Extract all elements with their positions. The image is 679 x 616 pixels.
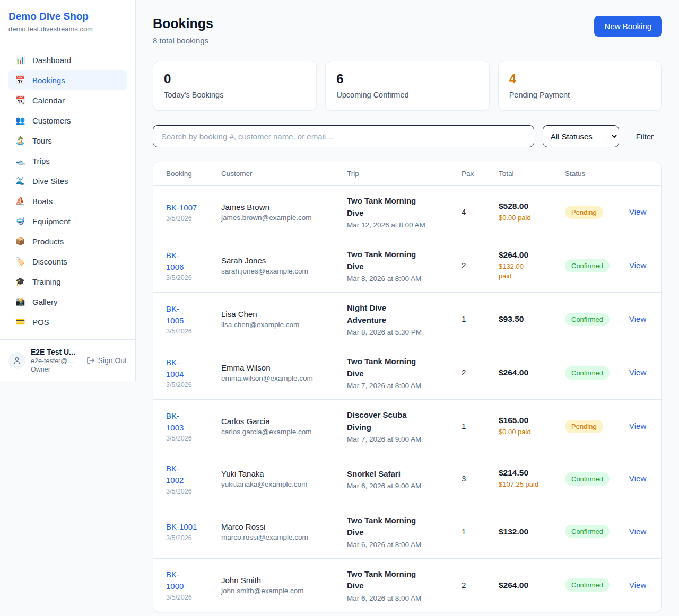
- customer-name: Sarah Jones: [221, 256, 330, 265]
- view-link[interactable]: View: [629, 421, 646, 430]
- trip-name: Two Tank Morning Dive: [347, 195, 422, 219]
- customer-email: marco.rossi@example.com: [221, 533, 330, 541]
- table-row: BK- 1002 3/5/2026 Yuki Tanaka yuki.tanak…: [153, 453, 661, 505]
- sidebar-item-label: Equipment: [32, 217, 71, 226]
- page-header: Bookings 8 total bookings New Booking: [153, 16, 662, 45]
- sidebar-footer: E2E Test U... e2e-tester@... Owner Sign …: [0, 339, 135, 381]
- island-icon: 🏝️: [15, 136, 25, 145]
- credit-card-icon: 💳: [15, 317, 25, 327]
- total-value: $165.00: [499, 416, 548, 425]
- customer-name: John Smith: [221, 576, 330, 585]
- sidebar-item-label: Boats: [32, 197, 53, 206]
- sidebar-item-discounts[interactable]: 🏷️ Discounts: [8, 251, 127, 271]
- booking-link[interactable]: BK-1001: [166, 521, 204, 533]
- calendar-icon: 📅: [15, 75, 25, 85]
- sidebar-item-label: Dashboard: [32, 56, 71, 65]
- sidebar-item-gallery[interactable]: 📸 Gallery: [8, 292, 127, 312]
- sidebar-item-tours[interactable]: 🏝️ Tours: [8, 130, 127, 151]
- sidebar-item-dashboard[interactable]: 📊 Dashboard: [8, 50, 127, 70]
- wave-icon: 🌊: [15, 176, 25, 186]
- booking-link[interactable]: BK- 1000: [166, 569, 204, 592]
- trip-time: Mar 7, 2026 at 8:00 AM: [347, 382, 445, 390]
- total-value: $93.50: [499, 314, 548, 324]
- sidebar-item-training[interactable]: 🎓 Training: [8, 271, 127, 292]
- booking-link[interactable]: BK- 1002: [166, 463, 204, 486]
- booking-link[interactable]: BK- 1004: [166, 357, 204, 380]
- user-meta: E2E Test U... e2e-tester@... Owner: [31, 348, 81, 373]
- booking-link[interactable]: BK- 1006: [166, 250, 204, 273]
- booking-link[interactable]: BK-1007: [166, 202, 204, 214]
- booking-link[interactable]: BK- 1005: [166, 303, 204, 327]
- status-badge: Confirmed: [565, 366, 610, 380]
- stat-value: 4: [509, 72, 651, 86]
- page-subtitle: 8 total bookings: [153, 36, 213, 45]
- sidebar-item-trips[interactable]: 🛥️ Trips: [8, 151, 127, 171]
- sidebar-item-label: Training: [32, 277, 61, 286]
- search-input[interactable]: [153, 125, 534, 147]
- people-icon: 👥: [15, 116, 25, 125]
- sidebar-item-pos[interactable]: 💳 POS: [8, 312, 127, 332]
- view-link[interactable]: View: [629, 207, 646, 216]
- sidebar-item-label: Products: [32, 237, 64, 246]
- stat-card: 6 Upcoming Confirmed: [325, 61, 489, 111]
- status-select[interactable]: All Statuses: [543, 125, 619, 147]
- customer-name: Carlos Garcia: [221, 417, 330, 426]
- trip-time: Mar 7, 2026 at 9:00 AM: [347, 435, 445, 443]
- sign-out-button[interactable]: Sign Out: [86, 356, 127, 365]
- booking-date: 3/5/2026: [166, 328, 204, 335]
- view-link[interactable]: View: [629, 527, 646, 536]
- sidebar-item-label: Gallery: [32, 297, 58, 306]
- pax-value: 1: [462, 314, 466, 323]
- page-header-text: Bookings 8 total bookings: [153, 16, 213, 45]
- pax-value: 1: [462, 527, 466, 536]
- status-badge: Pending: [565, 420, 603, 433]
- customer-name: Lisa Chen: [221, 310, 330, 319]
- sidebar-item-calendar[interactable]: 📆 Calendar: [8, 90, 127, 110]
- sidebar-item-label: Tours: [32, 136, 52, 145]
- sidebar-item-boats[interactable]: ⛵ Boats: [8, 191, 127, 211]
- booking-date: 3/5/2026: [166, 594, 204, 601]
- sidebar-item-label: Calendar: [32, 96, 65, 105]
- customer-name: James Brown: [221, 203, 330, 212]
- view-link[interactable]: View: [629, 580, 646, 589]
- table-header: Booking Customer Trip Pax Total Status: [153, 162, 661, 186]
- table-row: BK- 1003 3/5/2026 Carlos Garcia carlos.g…: [153, 400, 661, 453]
- sidebar-item-label: Customers: [32, 116, 71, 125]
- sidebar-item-equipment[interactable]: 🤿 Equipment: [8, 211, 127, 231]
- paid-amount: $0.00 paid: [499, 213, 548, 223]
- stat-label: Upcoming Confirmed: [336, 91, 478, 99]
- status-badge: Pending: [565, 206, 603, 219]
- sidebar-item-label: POS: [32, 318, 49, 327]
- person-icon: [13, 356, 21, 365]
- sidebar: Demo Dive Shop demo.test.divestreams.com…: [0, 0, 136, 381]
- view-link[interactable]: View: [629, 474, 646, 483]
- filter-row: All Statuses Filter: [153, 125, 662, 147]
- table-row: BK-1007 3/5/2026 James Brown james.brown…: [153, 186, 661, 239]
- sidebar-nav: 📊 Dashboard 📅 Bookings 📆 Calendar 👥 Cust…: [0, 42, 135, 339]
- sidebar-item-customers[interactable]: 👥 Customers: [8, 110, 127, 130]
- status-badge: Confirmed: [565, 578, 610, 592]
- shop-title: Demo Dive Shop: [8, 11, 127, 22]
- stat-label: Pending Payment: [509, 91, 651, 99]
- table-row: BK- 1005 3/5/2026 Lisa Chen lisa.chen@ex…: [153, 293, 661, 346]
- view-link[interactable]: View: [629, 314, 646, 323]
- trip-time: Mar 8, 2026 at 8:00 AM: [347, 275, 445, 283]
- booking-date: 3/5/2026: [166, 534, 204, 542]
- sidebar-item-products[interactable]: 📦 Products: [8, 231, 127, 251]
- paid-amount: $0.00 paid: [499, 427, 548, 437]
- sidebar-item-dive-sites[interactable]: 🌊 Dive Sites: [8, 171, 127, 191]
- camera-icon: 📸: [15, 297, 25, 306]
- user-email: e2e-tester@...: [31, 357, 81, 365]
- stats-row: 0 Today's Bookings 6 Upcoming Confirmed …: [153, 61, 662, 111]
- trip-name: Two Tank Morning Dive: [347, 356, 422, 380]
- booking-date: 3/5/2026: [166, 274, 204, 281]
- view-link[interactable]: View: [629, 368, 646, 377]
- booking-link[interactable]: BK- 1003: [166, 410, 204, 434]
- view-link[interactable]: View: [629, 261, 646, 270]
- customer-email: john.smith@example.com: [221, 587, 330, 595]
- new-booking-button[interactable]: New Booking: [594, 16, 662, 37]
- sidebar-item-bookings[interactable]: 📅 Bookings: [8, 70, 127, 90]
- table-row: BK- 1004 3/5/2026 Emma Wilson emma.wilso…: [153, 346, 661, 400]
- filter-button[interactable]: Filter: [628, 128, 662, 145]
- stat-value: 6: [336, 72, 478, 86]
